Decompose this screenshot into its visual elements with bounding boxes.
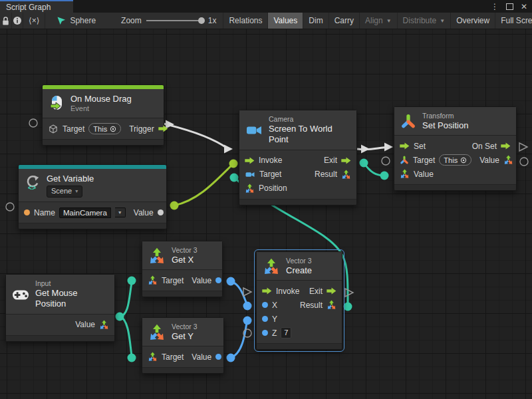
node-header[interactable]: Input Get Mouse Position (6, 275, 114, 314)
port-label-target: Target (162, 276, 184, 285)
distribute-dropdown[interactable]: Distribute▼ (398, 13, 452, 29)
exit-flow-port[interactable] (327, 287, 336, 295)
port-label-result: Result (300, 301, 323, 310)
node-header[interactable]: Vector 3 Get Y (142, 318, 223, 346)
variable-kind-dropdown[interactable]: Scene ▾ (47, 186, 82, 198)
vector3-port-icon[interactable] (148, 275, 158, 285)
values-button[interactable]: Values (268, 13, 303, 29)
node-get-mouse-position[interactable]: Input Get Mouse Position Value (5, 274, 115, 342)
on-set-flow-port[interactable] (501, 142, 511, 150)
port-label-target: Target (259, 170, 281, 179)
graph-toolbar: ⟨×⟩ Sphere Zoom 1x Relations Values Dim … (0, 13, 532, 29)
port-label-value: Value (134, 208, 154, 217)
value-output-port[interactable] (158, 209, 164, 215)
node-header[interactable]: On Mouse Drag Event (43, 89, 164, 118)
vector3-port-icon[interactable] (245, 184, 255, 194)
code-preview-button[interactable]: ⟨×⟩ (23, 13, 45, 29)
zoom-slider[interactable] (146, 20, 203, 21)
port-label-value: Value (192, 352, 211, 362)
wire-endpoint (227, 277, 235, 286)
node-category: Camera (269, 115, 350, 124)
invoke-flow-port[interactable] (262, 287, 272, 295)
node-screen-to-world-point[interactable]: Camera Screen To World Point Invoke Exit… (239, 110, 357, 205)
port-label-exit: Exit (309, 287, 323, 296)
this-object-pill[interactable]: This (439, 154, 471, 166)
variable-name-field[interactable]: MainCamera (59, 207, 111, 218)
vector3-port-icon[interactable] (148, 352, 158, 362)
node-on-mouse-drag[interactable]: On Mouse Drag Event Target This Trigger (42, 84, 164, 146)
port-label-set: Set (414, 142, 426, 151)
z-input-port[interactable] (262, 330, 268, 336)
z-value-field[interactable]: 7 (281, 327, 291, 338)
window-maximize-icon[interactable] (504, 1, 515, 12)
target-picker-icon (110, 126, 116, 132)
node-get-y[interactable]: Vector 3 Get Y Target Value (142, 317, 224, 374)
wire-gety-to-y (231, 323, 247, 358)
vector3-port-icon[interactable] (503, 155, 513, 165)
port-label-z: Z (272, 329, 277, 338)
node-title: Get Mouse Position (35, 288, 108, 310)
wire-mouse-to-getx (120, 283, 132, 317)
this-object-pill[interactable]: This (88, 123, 121, 134)
invoke-flow-port[interactable] (245, 157, 255, 164)
node-header[interactable]: Camera Screen To World Point (239, 110, 356, 150)
vector3-port-icon[interactable] (341, 170, 351, 180)
window-menu-icon[interactable]: ⋮ (489, 1, 500, 12)
vector3-port-icon[interactable] (327, 300, 336, 310)
zoom-label: Zoom (121, 16, 142, 25)
wire-mouse-to-gety (120, 317, 132, 356)
port-label-invoke: Invoke (259, 156, 282, 165)
value-output-port[interactable] (215, 277, 221, 283)
wire-endpoint (243, 302, 252, 311)
overview-button[interactable]: Overview (451, 13, 495, 29)
y-input-port[interactable] (262, 316, 268, 322)
node-get-variable[interactable]: Get Variable Scene ▾ Name MainCamera ▼ V… (18, 164, 167, 229)
camera-type-port[interactable] (245, 170, 255, 179)
wire-endpoint (380, 172, 389, 180)
exit-flow-port[interactable] (341, 157, 351, 164)
carry-button[interactable]: Carry (329, 13, 360, 29)
transform-type-port[interactable] (400, 156, 409, 165)
port-label-name: Name (34, 208, 55, 217)
trigger-flow-port[interactable] (158, 125, 168, 132)
node-get-x[interactable]: Vector 3 Get X Target Value (142, 241, 223, 297)
info-button[interactable] (12, 13, 23, 29)
unconnected-port-circle (243, 329, 251, 337)
wire-endpoint (227, 354, 235, 362)
align-dropdown[interactable]: Align▼ (360, 13, 398, 29)
value-output-port[interactable] (215, 354, 221, 360)
node-header[interactable]: Transform Set Position (394, 107, 516, 135)
name-input-port[interactable] (24, 209, 30, 215)
wire-getx-to-x (231, 281, 247, 304)
chevron-down-icon: ▾ (75, 188, 78, 195)
tab-script-graph[interactable]: Script Graph (0, 0, 73, 13)
window-close-icon[interactable]: ✕ (519, 1, 529, 12)
graph-canvas[interactable]: On Mouse Drag Event Target This Trigger (0, 29, 532, 399)
x-input-port[interactable] (262, 302, 268, 308)
full-screen-button[interactable]: Full Screen (495, 13, 532, 29)
port-label-value: Value (75, 320, 95, 329)
graph-breadcrumb[interactable]: Sphere (45, 13, 102, 29)
set-flow-port[interactable] (400, 142, 410, 150)
wire-arrowhead (224, 145, 233, 154)
lock-button[interactable] (0, 13, 12, 29)
relations-button[interactable]: Relations (223, 13, 268, 29)
node-category: Input (35, 279, 108, 288)
unconnected-port-circle (382, 157, 390, 165)
node-header[interactable]: Vector 3 Create (257, 252, 342, 280)
wire-endpoint (230, 174, 239, 182)
zoom-slider-handle[interactable] (198, 17, 205, 24)
vector3-port-icon[interactable] (400, 169, 410, 179)
node-header[interactable]: Vector 3 Get X (142, 241, 222, 269)
node-header[interactable]: Get Variable Scene ▾ (19, 169, 166, 201)
node-create-vector3[interactable]: Vector 3 Create Invoke Exit X Result (256, 251, 342, 350)
camera-icon (245, 123, 263, 138)
code-icon: ⟨×⟩ (29, 16, 39, 25)
variable-name-dropdown-button[interactable]: ▼ (115, 207, 126, 217)
node-set-position[interactable]: Transform Set Position Set On Set Target… (394, 106, 517, 191)
vector3-port-icon[interactable] (99, 320, 109, 330)
node-subtitle: Event (70, 104, 132, 114)
port-label-target: Target (162, 352, 184, 362)
dim-button[interactable]: Dim (303, 13, 329, 29)
target-picker-icon (460, 157, 467, 164)
